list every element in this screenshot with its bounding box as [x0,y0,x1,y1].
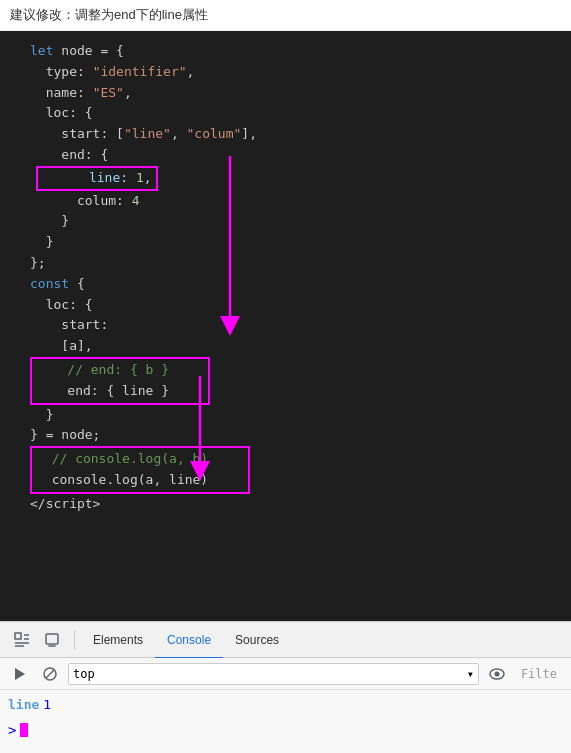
play-icon [13,667,27,681]
prompt-cursor [20,723,28,737]
prompt-symbol: > [8,722,16,738]
inspector-icon-btn[interactable] [8,626,36,654]
filter-label: Filte [515,667,563,681]
tab-elements[interactable]: Elements [81,623,155,659]
svg-point-14 [494,671,499,676]
console-output: line 1 [0,690,571,718]
annotation-bar: 建议修改：调整为end下的line属性 [0,0,571,31]
svg-marker-10 [15,668,25,680]
device-icon [44,632,60,648]
code-block: let node = { type: "identifier", name: "… [30,41,571,515]
devtools-tabs: Elements Console Sources [0,622,571,658]
console-prompt-row[interactable]: > [0,718,571,742]
block-icon-btn[interactable] [38,662,62,686]
eye-icon-btn[interactable] [485,662,509,686]
tab-separator [74,630,75,650]
tab-sources[interactable]: Sources [223,623,291,659]
annotation-text: 建议修改：调整为end下的line属性 [10,7,208,22]
svg-rect-2 [15,633,21,639]
device-icon-btn[interactable] [38,626,66,654]
devtools-bar: Elements Console Sources top ▾ [0,621,571,753]
eye-icon [489,668,505,680]
line-keyword: line [8,697,39,712]
code-area: let node = { type: "identifier", name: "… [0,31,571,621]
inspector-icon [14,632,30,648]
chevron-down-icon: ▾ [467,667,474,681]
tab-console[interactable]: Console [155,623,223,659]
output-line: line 1 [8,694,563,714]
play-icon-btn[interactable] [8,662,32,686]
console-toolbar: top ▾ Filte [0,658,571,690]
svg-line-12 [46,670,54,678]
line-value: 1 [43,697,51,712]
block-icon [43,667,57,681]
svg-rect-7 [46,634,58,644]
context-dropdown[interactable]: top ▾ [68,663,479,685]
